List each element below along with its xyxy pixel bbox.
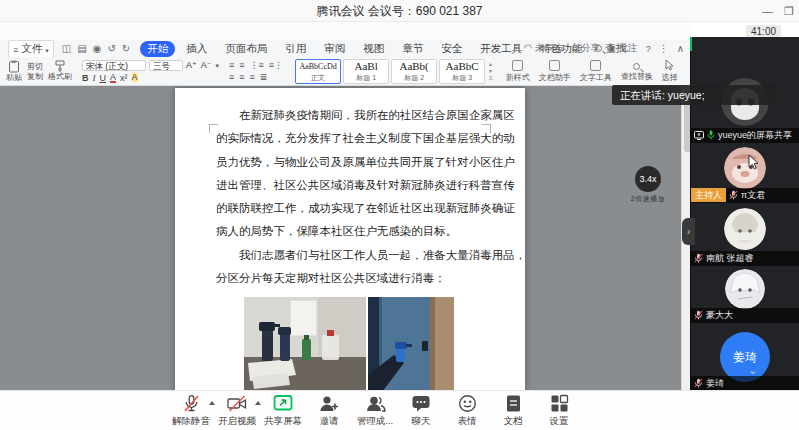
style-heading1[interactable]: AaBl 标题 1 <box>343 59 389 84</box>
text-tool-button[interactable]: 文字工具 <box>580 60 612 83</box>
justify-icon[interactable]: ≣ <box>260 72 268 82</box>
select-button[interactable]: 选择 <box>662 60 678 83</box>
avatar: 姜琦 <box>720 332 770 382</box>
share-screen-button[interactable]: 共享屏幕 <box>260 394 306 428</box>
font-size-select[interactable]: 三号 <box>149 60 183 71</box>
participant-name: π文君 <box>741 189 765 202</box>
align-right-icon[interactable]: ≡ <box>250 72 255 82</box>
style-gallery-nav[interactable]: ▴ ▾ ≡ <box>489 59 493 84</box>
tab-security[interactable]: 安全 <box>434 41 469 57</box>
start-video-button[interactable]: 开启视频 <box>214 394 260 428</box>
manage-members-button[interactable]: 管理成... <box>352 394 398 428</box>
mic-muted-icon <box>694 378 703 388</box>
speed-label: 2倍速播放 <box>616 194 680 204</box>
participant-tile-4[interactable]: 豪大大 <box>691 266 799 322</box>
style-normal[interactable]: AaBbCcDd 正文 <box>295 59 341 84</box>
tab-references[interactable]: 引用 <box>278 41 313 57</box>
grow-font-icon[interactable]: A⁺ <box>186 60 197 70</box>
document-page[interactable]: 在新冠肺炎疫情期间，我所在的社区结合原国企家属区 的实际情况，充分发挥了社会主义… <box>175 88 525 390</box>
tab-dev-tools[interactable]: 开发工具 <box>473 41 529 57</box>
meeting-toolbar: 解除静音 开启视频 共享屏幕 邀请 管理成... 聊天 <box>0 390 799 430</box>
number-list-icon[interactable]: ≡ <box>239 60 244 70</box>
photo-door-spraying <box>368 297 454 390</box>
share-button[interactable]: 分享 <box>572 42 601 55</box>
speed-value: 3.4x <box>635 166 661 192</box>
more-icon[interactable] <box>659 43 669 54</box>
ribbon-right-controls: 未同步 分享 批注 ? <box>524 40 684 57</box>
meeting-title: 腾讯会议 会议号：690 021 387 <box>0 0 799 22</box>
tab-insert[interactable]: 插入 <box>179 41 214 57</box>
settings-button[interactable]: 设置 <box>536 394 582 428</box>
bullet-list-icon[interactable]: ≡ <box>229 60 234 70</box>
tab-page-layout[interactable]: 页面布局 <box>218 41 274 57</box>
mic-muted-icon <box>729 190 738 200</box>
tab-home[interactable]: 开始 <box>140 41 175 57</box>
clipboard-group: 粘贴 剪切 复制 格式刷 <box>6 60 72 83</box>
print-icon[interactable] <box>77 43 86 54</box>
underline-button[interactable]: U <box>100 73 107 83</box>
participant-tile-5[interactable]: 姜琦 姜琦 <box>691 323 799 390</box>
print-preview-icon[interactable] <box>93 43 102 54</box>
copy-button[interactable]: 复制 <box>27 72 43 81</box>
align-left-icon[interactable]: ≡ <box>229 72 234 82</box>
indent-icon[interactable]: ⋮≡ <box>250 60 264 70</box>
find-icon <box>633 63 640 70</box>
font-name-select[interactable]: 宋体 (正文) <box>82 60 146 71</box>
style-heading2[interactable]: AaBb( 标题 2 <box>391 59 437 84</box>
highlight-button[interactable]: A <box>132 73 138 82</box>
chat-button[interactable]: 聊天 <box>398 394 444 428</box>
emoji-smile-icon <box>458 394 477 413</box>
unmute-button[interactable]: 解除静音 <box>168 394 214 428</box>
document-text: 在新冠肺炎疫情期间，我所在的社区结合原国企家属区 的实际情况，充分发挥了社会主义… <box>216 104 516 290</box>
host-badge: 主持人 <box>691 188 726 202</box>
avatar <box>724 208 766 250</box>
doc-line: 的联防联控工作，成功实现了在邻近社区出现新冠肺炎确证 <box>216 197 516 220</box>
participant-name: 南航 张超睿 <box>706 252 754 265</box>
doc-line: 的实际情况，充分发挥了社会主义制度下国企基层强大的动 <box>216 127 516 150</box>
doc-line: 进出管理、社区公共区域消毒及针对新冠肺炎进行科普宣传 <box>216 174 516 197</box>
italic-button[interactable]: I <box>93 73 96 83</box>
participant-tile-3[interactable]: 南航 张超睿 <box>691 203 799 265</box>
new-style-button[interactable]: 新样式 <box>506 60 530 83</box>
screen-share-icon <box>694 131 704 140</box>
superscript-button[interactable]: x² <box>120 73 128 83</box>
comment-button[interactable]: 批注 <box>608 42 637 55</box>
cut-copy-group: 剪切 复制 <box>27 62 43 81</box>
more-participants-icon[interactable]: ⌄ <box>748 364 757 377</box>
gallery-up-icon: ▴ <box>489 61 493 67</box>
paste-icon <box>8 60 20 73</box>
undo-icon[interactable] <box>107 43 115 54</box>
align-center-icon[interactable]: ≡ <box>239 72 244 82</box>
find-replace-button[interactable]: 查找替换 <box>621 61 653 82</box>
bold-button[interactable]: B <box>82 73 89 83</box>
photo-disinfection-supplies <box>244 297 366 390</box>
file-menu[interactable]: 文件 <box>8 40 54 58</box>
format-painter-button[interactable]: 格式刷 <box>48 60 72 82</box>
doc-assistant-button[interactable]: 文档助手 <box>539 60 571 83</box>
invite-button[interactable]: 邀请 <box>306 394 352 428</box>
cut-button[interactable]: 剪切 <box>27 62 43 71</box>
help-button[interactable]: ? <box>645 43 650 54</box>
cloud-icon <box>524 42 533 53</box>
document-photos <box>244 297 454 390</box>
tab-view[interactable]: 视图 <box>356 41 391 57</box>
restore-button[interactable]: ❐ <box>784 4 794 18</box>
save-icon[interactable] <box>62 43 71 54</box>
font-color-button[interactable]: A <box>110 73 116 83</box>
style-heading3[interactable]: AaBbC 标题 3 <box>439 59 485 84</box>
tab-sections[interactable]: 章节 <box>395 41 430 57</box>
panel-collapse-handle[interactable]: › <box>682 218 695 245</box>
text-tool-icon <box>590 60 601 71</box>
paste-button[interactable]: 粘贴 <box>6 60 22 83</box>
emoji-button[interactable]: 表情 <box>444 394 490 428</box>
outdent-icon[interactable]: ≡⋮ <box>269 60 283 70</box>
avatar <box>724 147 766 189</box>
redo-icon[interactable] <box>122 43 130 54</box>
select-cursor-icon <box>665 60 674 71</box>
docs-button[interactable]: 文档 <box>490 394 536 428</box>
shrink-font-icon[interactable]: A⁻ <box>201 60 212 70</box>
minimize-button[interactable]: — <box>762 4 773 18</box>
tab-review[interactable]: 审阅 <box>317 41 352 57</box>
collapse-ribbon-icon[interactable] <box>677 43 684 54</box>
participant-tile-host[interactable]: 主持人 π文君 <box>691 143 799 202</box>
